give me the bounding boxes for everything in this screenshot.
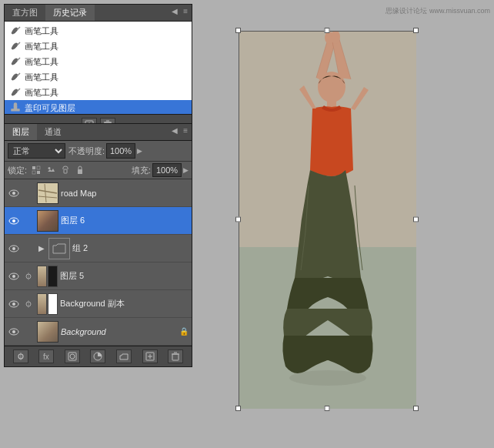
svg-point-28 <box>12 219 15 222</box>
svg-point-7 <box>14 102 18 106</box>
layer-name: road Map <box>61 189 189 198</box>
eye-visibility-icon[interactable] <box>8 215 20 227</box>
eye-visibility-icon[interactable] <box>8 270 20 283</box>
lock-icon: 🔒 <box>179 327 189 336</box>
layer-item-layer5[interactable]: 图层 5 <box>5 262 192 290</box>
eye-visibility-icon[interactable] <box>8 326 20 338</box>
add-mask-button[interactable] <box>65 349 80 363</box>
layers-panel-close-icon[interactable]: ◀ <box>172 126 178 135</box>
eye-visibility-icon[interactable] <box>8 187 20 199</box>
transform-handle-tl[interactable] <box>235 28 241 33</box>
layer-name: Background <box>61 327 177 336</box>
eye-visibility-icon[interactable] <box>8 242 20 255</box>
new-layer-button[interactable] <box>142 349 158 363</box>
stamp-icon <box>9 102 22 113</box>
link-chain-icon[interactable] <box>22 270 35 283</box>
brush-icon <box>9 25 22 36</box>
layer-name: Background 副本 <box>60 298 189 309</box>
history-item[interactable]: 画笔工具 <box>5 23 192 38</box>
layer-item-bg-copy[interactable]: Background 副本 <box>5 290 192 318</box>
transform-handle-mr[interactable] <box>413 217 419 222</box>
opacity-control: 不透明度: ▶ <box>68 143 189 159</box>
history-panel-header: 直方图 历史记录 ◀ ≡ <box>5 5 192 22</box>
layers-list: road Map 图层 6 ▶ 组 2 <box>5 179 192 346</box>
svg-rect-20 <box>78 169 82 174</box>
svg-rect-47 <box>172 354 179 360</box>
link-chain-icon[interactable] <box>22 326 35 338</box>
layer-name: 图层 6 <box>61 215 189 226</box>
add-style-button[interactable]: fx <box>38 349 54 363</box>
brush-icon <box>9 41 22 52</box>
tab-layers[interactable]: 图层 <box>5 124 37 140</box>
history-panel: 直方图 历史记录 ◀ ≡ 画笔工具 画笔工具 画笔工具 <box>4 4 192 135</box>
layers-panel-menu-icon[interactable]: ≡ <box>183 126 188 135</box>
lock-image-icon[interactable] <box>45 164 57 176</box>
opacity-arrow-icon[interactable]: ▶ <box>137 147 142 155</box>
tab-channels[interactable]: 通道 <box>37 124 69 140</box>
link-chain-icon[interactable] <box>22 215 35 227</box>
blend-mode-select[interactable]: 正常 溶解 <box>8 143 65 159</box>
lock-all-icon[interactable] <box>74 164 86 176</box>
layer-name: 组 2 <box>72 242 189 254</box>
layer-thumbnail <box>37 321 58 343</box>
layer-item-group2[interactable]: ▶ 组 2 <box>5 235 192 262</box>
history-item-label: 画笔工具 <box>25 72 58 83</box>
lock-position-icon[interactable] <box>59 164 72 176</box>
layer-name: 图层 5 <box>60 270 189 282</box>
fill-label: 填充: <box>132 165 151 176</box>
transform-handle-ml[interactable] <box>235 217 241 222</box>
svg-point-32 <box>12 275 15 278</box>
history-item-label: 画笔工具 <box>25 41 58 52</box>
opacity-label: 不透明度: <box>68 145 105 157</box>
layer-item-layer6[interactable]: 图层 6 <box>5 207 192 235</box>
svg-point-30 <box>12 247 15 250</box>
history-item[interactable]: 画笔工具 <box>5 85 192 100</box>
svg-rect-17 <box>37 171 40 174</box>
tab-history[interactable]: 历史记录 <box>45 5 95 21</box>
new-adjustment-button[interactable] <box>90 349 105 363</box>
brush-icon <box>9 87 22 98</box>
layer-thumbnail <box>37 266 58 287</box>
history-item[interactable]: 画笔工具 <box>5 69 192 85</box>
fill-control: 填充: ▶ <box>132 163 189 177</box>
brush-icon <box>9 72 22 82</box>
lock-transparent-icon[interactable] <box>30 164 42 176</box>
history-item[interactable]: 画笔工具 <box>5 54 192 69</box>
svg-text:fx: fx <box>43 353 49 361</box>
svg-rect-19 <box>64 169 67 173</box>
fill-input[interactable] <box>152 163 182 177</box>
link-chain-icon[interactable] <box>22 242 35 255</box>
brush-icon <box>9 56 22 67</box>
history-item-label: 画笔工具 <box>25 87 58 99</box>
history-item-stamp[interactable]: 盖印可见图层 <box>5 100 192 114</box>
transform-handle-bl[interactable] <box>235 406 241 411</box>
group-expand-icon[interactable]: ▶ <box>37 244 46 253</box>
svg-rect-16 <box>32 171 35 174</box>
delete-layer-button[interactable] <box>168 349 183 363</box>
layer-item-background[interactable]: Background 🔒 <box>5 318 192 346</box>
history-item[interactable]: 画笔工具 <box>5 38 192 54</box>
transform-handle-bc[interactable] <box>325 406 330 411</box>
transform-handle-br[interactable] <box>413 406 419 411</box>
panel-close-icon[interactable]: ◀ <box>172 7 178 15</box>
transform-handle-tc[interactable] <box>325 28 330 33</box>
transform-handles <box>235 28 419 411</box>
link-chain-icon[interactable] <box>22 187 35 199</box>
new-group-button[interactable] <box>116 349 132 363</box>
svg-point-42 <box>70 354 75 359</box>
link-chain-icon[interactable] <box>22 298 35 310</box>
svg-point-35 <box>12 303 15 306</box>
layer-item-road-map[interactable]: road Map <box>5 179 192 207</box>
eye-visibility-icon[interactable] <box>8 298 20 310</box>
fill-arrow-icon[interactable]: ▶ <box>183 166 189 174</box>
lock-label: 锁定: <box>8 165 27 176</box>
layers-panel-header: 图层 通道 ◀ ≡ <box>5 124 192 141</box>
opacity-input[interactable] <box>106 143 135 159</box>
panel-menu-icon[interactable]: ≡ <box>183 7 188 15</box>
svg-point-18 <box>48 167 51 169</box>
transform-handle-tr[interactable] <box>413 28 419 33</box>
tab-histogram[interactable]: 直方图 <box>5 5 45 21</box>
svg-point-22 <box>12 192 15 195</box>
layer-thumbnail <box>37 210 58 232</box>
link-layers-button[interactable] <box>13 349 28 363</box>
